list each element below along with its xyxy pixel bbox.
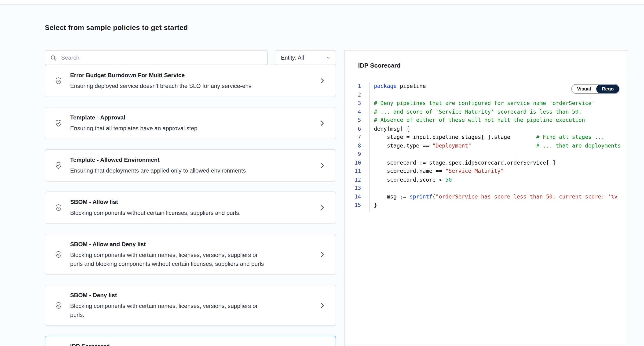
search-icon xyxy=(50,54,57,61)
policy-title: IDP Scorecard xyxy=(70,343,269,346)
line-number: 5 xyxy=(345,116,370,124)
line-numbers: 123456789101112131415 xyxy=(345,82,370,212)
line-number: 10 xyxy=(345,158,370,167)
code-line xyxy=(374,184,628,192)
code-line: # ... and score of 'Service Maturity' sc… xyxy=(374,107,628,116)
line-number: 11 xyxy=(345,167,370,176)
code-line: # Absence of either of these will not ha… xyxy=(374,116,628,124)
toggle-visual[interactable]: Visual xyxy=(572,85,596,93)
policy-card[interactable]: SBOM - Allow and Deny list Blocking comp… xyxy=(45,234,336,275)
line-number: 14 xyxy=(345,193,370,201)
policy-shield-icon xyxy=(54,161,62,169)
policy-text: Error Budget Burndown For Multi Service … xyxy=(70,71,269,90)
policy-text: SBOM - Deny list Blocking components wit… xyxy=(70,292,269,319)
policy-preview-panel: IDP Scorecard 123456789101112131415 pack… xyxy=(344,50,628,346)
line-number: 12 xyxy=(345,176,370,184)
policy-title: SBOM - Allow and Deny list xyxy=(70,240,269,248)
line-number: 15 xyxy=(345,201,370,209)
chevron-right-icon xyxy=(319,120,326,126)
line-number: 8 xyxy=(345,142,370,150)
visual-rego-toggle: Visual Rego xyxy=(571,84,620,94)
policy-card[interactable]: IDP Scorecard Ensuring service being dep… xyxy=(45,336,336,346)
chevron-right-icon xyxy=(319,302,326,309)
code-line: scorecard.score < 50 xyxy=(374,176,628,184)
top-bar xyxy=(0,0,644,5)
policy-shield-icon xyxy=(54,250,62,258)
policy-title: Template - Allowed Environment xyxy=(70,156,269,163)
policy-card[interactable]: Error Budget Burndown For Multi Service … xyxy=(45,65,336,97)
code-line: # Deny pipelines that are configured for… xyxy=(374,99,628,107)
code-line: stage.type == "Deployment" # ... that ar… xyxy=(374,142,628,150)
line-number: 9 xyxy=(345,150,370,158)
page-title: Select from sample policies to get start… xyxy=(45,24,188,32)
policy-text: IDP Scorecard Ensuring service being dep… xyxy=(70,343,269,346)
code-line: scorecard.name == "Service Maturity" xyxy=(374,167,628,176)
policy-title: Error Budget Burndown For Multi Service xyxy=(70,71,269,79)
search-bar xyxy=(45,50,268,65)
code-editor: 123456789101112131415 package pipeline #… xyxy=(345,78,628,212)
preview-title: IDP Scorecard xyxy=(345,50,628,69)
policy-card[interactable]: SBOM - Deny list Blocking components wit… xyxy=(45,285,336,326)
policy-description: Blocking components without certain lice… xyxy=(70,209,269,217)
code-content: package pipeline # Deny pipelines that a… xyxy=(370,82,628,212)
policy-card[interactable]: Template - Approval Ensuring that all te… xyxy=(45,107,336,139)
line-number: 1 xyxy=(345,82,370,90)
code-line: } xyxy=(374,201,628,209)
policy-text: Template - Allowed Environment Ensuring … xyxy=(70,156,269,175)
line-number: 2 xyxy=(345,90,370,99)
line-number: 7 xyxy=(345,133,370,141)
code-line: deny[msg] { xyxy=(374,125,628,133)
policy-card[interactable]: SBOM - Allow list Blocking components wi… xyxy=(45,191,336,224)
policy-samples-page: Select from sample policies to get start… xyxy=(0,0,644,346)
line-number: 3 xyxy=(345,99,370,107)
search-input[interactable] xyxy=(60,54,262,61)
chevron-down-icon xyxy=(326,55,331,60)
code-line: stage = input.pipeline.stages[_].stage #… xyxy=(374,133,628,141)
policy-description: Ensuring that all templates have an appr… xyxy=(70,124,269,133)
policy-title: SBOM - Deny list xyxy=(70,292,269,299)
chevron-right-icon xyxy=(319,78,326,84)
toggle-rego[interactable]: Rego xyxy=(596,85,619,93)
policy-title: Template - Approval xyxy=(70,114,269,121)
policy-shield-icon xyxy=(54,301,62,309)
entity-filter-label: Entity: All xyxy=(281,54,304,61)
policy-shield-icon xyxy=(54,77,62,85)
policy-title: SBOM - Allow list xyxy=(70,198,269,206)
chevron-right-icon xyxy=(319,204,326,211)
policy-description: Ensuring that deployments are applied on… xyxy=(70,166,269,175)
line-number: 13 xyxy=(345,184,370,192)
policy-list: Error Budget Burndown For Multi Service … xyxy=(45,65,336,346)
chevron-right-icon xyxy=(319,162,326,169)
policy-card[interactable]: Template - Allowed Environment Ensuring … xyxy=(45,149,336,181)
chevron-right-icon xyxy=(319,251,326,258)
entity-filter-dropdown[interactable]: Entity: All xyxy=(275,50,336,65)
code-line xyxy=(374,150,628,158)
code-line: scorecard := stage.spec.idpScorecard.ord… xyxy=(374,158,628,167)
policy-description: Blocking components with certain names, … xyxy=(70,251,269,268)
line-number: 6 xyxy=(345,125,370,133)
policy-text: SBOM - Allow list Blocking components wi… xyxy=(70,198,269,217)
code-line: msg := sprintf("orderService has score l… xyxy=(374,193,628,201)
policy-shield-icon xyxy=(54,119,62,127)
policy-description: Blocking components with certain names, … xyxy=(70,302,269,319)
policy-text: Template - Approval Ensuring that all te… xyxy=(70,114,269,133)
policy-shield-icon xyxy=(54,204,62,212)
policy-text: SBOM - Allow and Deny list Blocking comp… xyxy=(70,240,269,268)
line-number: 4 xyxy=(345,107,370,116)
policy-description: Ensuring deployed service doesn't breach… xyxy=(70,82,269,90)
